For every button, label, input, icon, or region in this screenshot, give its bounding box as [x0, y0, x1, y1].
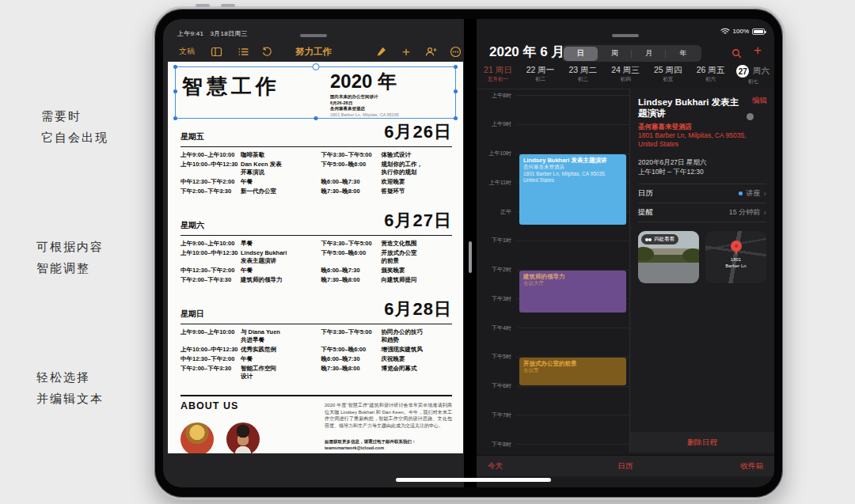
hour-label: 正午 — [480, 208, 511, 216]
schedule-row: 上午10:00–中午12:30优秀实践范例 — [180, 346, 312, 354]
week-day-number: 27 周六 — [732, 65, 774, 78]
hour-label: 下午4时 — [480, 324, 511, 332]
calendar-event[interactable]: Lindsey Bukhari 发表主题演讲圣何塞喜来登酒店1801 Barbe… — [519, 154, 626, 225]
doc-day-date: 6月28日 — [384, 297, 452, 321]
week-day-cell[interactable]: 26 周五初六 — [690, 65, 732, 89]
doc-day-sections: 星期五6月26日上午9:00–上午10:00咖啡茶歇上午10:00–中午12:3… — [180, 120, 452, 453]
week-day-cell[interactable]: 27 周六初七 — [732, 65, 774, 89]
edit-button[interactable]: 编辑 — [752, 96, 767, 106]
event-address[interactable]: 1801 Barber Ln, Milpitas, CA 95035, Unit… — [638, 131, 749, 149]
doc-intro-line: 6月26-28日 — [330, 100, 399, 107]
hour-gridline — [516, 328, 629, 328]
more-icon[interactable] — [450, 41, 462, 62]
schedule-time: 上午10:00–中午12:30 — [180, 346, 241, 354]
selection-handle[interactable] — [454, 116, 458, 120]
schedule-description: 智能工作空间 设计 — [241, 365, 312, 381]
schedule-description: 庆祝晚宴 — [382, 355, 453, 363]
delete-event-button[interactable]: 删除日程 — [630, 432, 774, 453]
detail-row-value: 15 分钟前› — [729, 207, 766, 218]
week-day-lunar: 初五 — [647, 75, 690, 82]
pages-app: 上午9:413月18日周三 文稿 努力工作 — [163, 19, 464, 487]
selection-handle[interactable] — [454, 65, 458, 69]
volume-up-button — [196, 4, 210, 7]
schedule-time: 晚6:00–晚7:30 — [321, 178, 382, 186]
segment-月[interactable]: 月 — [632, 47, 666, 61]
calendars-button[interactable]: 日历 — [477, 461, 774, 472]
hour-label: 下午7时 — [480, 411, 511, 419]
selection-handle[interactable] — [173, 89, 177, 93]
document-name[interactable]: 努力工作 — [163, 41, 464, 62]
event-block-subtitle: 圣何塞喜来登酒店 — [523, 164, 622, 171]
look-around-thumbnail[interactable]: 四处看看 — [638, 231, 699, 283]
calendar-event[interactable]: 开放式办公室的前景会议室 — [519, 358, 626, 385]
schedule-time: 上午10:00–中午12:30 — [180, 249, 241, 265]
annotation-line: 智能调整 — [36, 257, 104, 279]
detail-row-提醒[interactable]: 提醒15 分钟前› — [638, 203, 766, 222]
schedule-time: 下午5:00–晚6:00 — [321, 161, 382, 176]
about-contact: 如需获取更多信息，请通过电子邮件联系我们：teamsmartwork@iclou… — [325, 439, 452, 451]
schedule-row: 晚6:00–晚7:30颁奖晚宴 — [321, 267, 453, 275]
pages-document: 智慧工作 2020 年 面向未来的办公空间设计 6月26-28日 圣何塞喜来登酒… — [168, 62, 463, 453]
schedule-description: 答疑环节 — [382, 188, 453, 195]
schedule-description: 向建筑师提问 — [382, 276, 453, 284]
doc-title[interactable]: 智慧工作 — [182, 73, 280, 100]
schedule-row: 晚7:30–晚8:00向建筑师提问 — [321, 276, 453, 284]
schedule-row: 下午5:00–晚6:00开放式办公室 的前景 — [321, 249, 453, 265]
segment-年[interactable]: 年 — [666, 47, 700, 61]
selection-handle[interactable] — [454, 89, 458, 93]
status-bar-right: 100% — [720, 28, 765, 35]
schedule-row: 上午9:00–上午10:00与 Diana Yuen 共进早餐 — [180, 328, 312, 344]
schedule-time: 下午5:00–晚6:00 — [321, 249, 382, 265]
detail-row-value-text: 讲座 — [746, 188, 760, 199]
week-day-cell[interactable]: 24 周三初四 — [604, 65, 647, 89]
add-event-icon[interactable]: + — [754, 43, 762, 59]
event-location-name[interactable]: 圣何塞喜来登酒店 — [638, 123, 766, 131]
event-block-title: Lindsey Bukhari 发表主题演讲 — [523, 157, 622, 165]
doc-year-block: 2020 年 面向未来的办公空间设计 6月26-28日 圣何塞喜来登酒店 180… — [330, 69, 399, 118]
selection-handle[interactable] — [173, 65, 177, 69]
week-header: 21 周日五月初一22 周一初二23 周二初三24 周三初四25 周四初五26 … — [477, 65, 774, 89]
week-day-lunar: 初七 — [732, 78, 774, 85]
look-around-badge: 四处看看 — [641, 234, 678, 244]
calendar-multitask-grabber[interactable] — [612, 34, 639, 37]
schedule-description: 增强现实建筑风 — [382, 346, 453, 354]
home-indicator[interactable] — [396, 478, 551, 482]
week-day-number: 23 周二 — [561, 65, 604, 75]
search-icon[interactable] — [732, 47, 742, 62]
doc-day-schedule: 上午9:00–上午10:00咖啡茶歇上午10:00–中午12:30Dan Kee… — [180, 151, 452, 197]
week-day-cell[interactable]: 25 周四初五 — [647, 65, 690, 89]
schedule-column: 下午3:30–下午5:00体验式设计下午5:00–晚6:00规划你的工作， 执行… — [321, 151, 453, 197]
format-brush-icon[interactable] — [375, 41, 387, 62]
status-bar-left: 上午9:413月18日周三 — [177, 29, 254, 38]
insert-plus-icon[interactable]: + — [402, 41, 410, 62]
week-day-lunar: 初四 — [604, 75, 647, 82]
week-day-cell[interactable]: 23 周二初三 — [561, 65, 604, 89]
inbox-button[interactable]: 收件箱 — [741, 461, 764, 472]
hour-label: 下午1时 — [480, 237, 511, 244]
hour-label: 上午9时 — [480, 120, 511, 128]
selection-handle[interactable] — [173, 116, 177, 120]
week-day-cell[interactable]: 22 周一初二 — [519, 65, 562, 89]
schedule-column: 上午9:00–上午10:00早餐上午10:00–中午12:30Lindsey B… — [180, 240, 312, 286]
tree-shape — [682, 248, 699, 263]
selection-rotate-handle[interactable] — [312, 63, 319, 70]
schedule-description: 欢迎晚宴 — [382, 178, 453, 186]
calendar-event[interactable]: 建筑师的领导力会议大厅 — [519, 271, 626, 313]
collaborate-icon[interactable] — [424, 41, 438, 62]
schedule-column: 下午3:30–下午5:00营造文化氛围下午5:00–晚6:00开放式办公室 的前… — [321, 240, 453, 286]
schedule-description: 颁奖晚宴 — [382, 267, 453, 275]
split-view-drag-handle[interactable] — [469, 241, 472, 273]
schedule-description: 午餐 — [241, 355, 312, 363]
schedule-column: 下午3:30–下午5:00协同办公的技巧 和趋势下午5:00–晚6:00增强现实… — [321, 328, 453, 382]
segment-周[interactable]: 周 — [598, 47, 632, 61]
split-view-divider — [464, 19, 477, 487]
week-day-cell[interactable]: 21 周日五月初一 — [477, 65, 519, 89]
map-thumbnail[interactable]: 1801 Barber Ln — [705, 231, 766, 283]
schedule-time: 上午9:00–上午10:00 — [180, 240, 241, 248]
segment-日[interactable]: 日 — [564, 47, 598, 61]
doc-intro-line: 面向未来的办公空间设计 — [330, 94, 399, 100]
schedule-time: 中午12:30–下午2:00 — [180, 267, 241, 275]
detail-row-日历[interactable]: 日历讲座› — [638, 184, 766, 203]
doc-day-section: 星期五6月26日上午9:00–上午10:00咖啡茶歇上午10:00–中午12:3… — [180, 120, 452, 197]
pages-multitask-grabber[interactable] — [300, 34, 327, 37]
